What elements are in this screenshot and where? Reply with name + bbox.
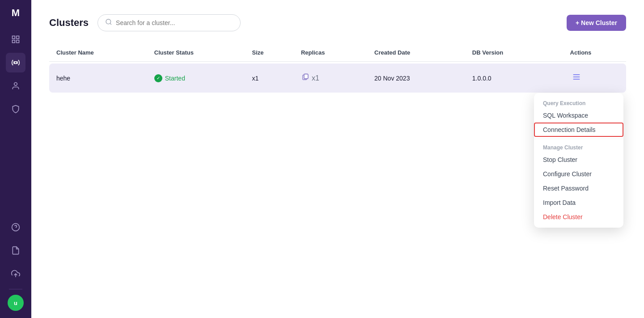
- dropdown-connection-details[interactable]: Connection Details: [534, 123, 623, 137]
- avatar[interactable]: u: [8, 295, 24, 311]
- svg-rect-0: [13, 36, 15, 39]
- main-content: Clusters + New Cluster Cluster Name Clus…: [31, 0, 644, 318]
- clusters-table: Cluster Name Cluster Status Size Replica…: [49, 49, 626, 93]
- sidebar-item-dashboard[interactable]: [6, 30, 25, 49]
- sidebar-item-help[interactable]: [6, 217, 25, 237]
- page-title: Clusters: [49, 17, 89, 29]
- dropdown-stop-cluster[interactable]: Stop Cluster: [534, 153, 623, 167]
- new-cluster-button[interactable]: + New Cluster: [567, 15, 626, 31]
- col-size: Size: [252, 49, 301, 56]
- search-input[interactable]: [116, 19, 233, 26]
- cell-created-date: 20 Nov 2023: [374, 75, 472, 82]
- dropdown-sql-workspace[interactable]: SQL Workspace: [534, 108, 623, 123]
- svg-rect-15: [573, 76, 580, 77]
- cell-actions: Query Execution SQL Workspace Connection…: [570, 71, 619, 85]
- dropdown-section-query: Query Execution: [534, 97, 623, 108]
- svg-rect-16: [573, 79, 580, 80]
- status-label: Started: [165, 75, 185, 82]
- col-db-version: DB Version: [472, 49, 570, 56]
- cell-size: x1: [252, 75, 301, 82]
- cell-db-version: 1.0.0.0: [472, 75, 570, 82]
- svg-rect-12: [304, 74, 308, 79]
- actions-button[interactable]: [570, 71, 583, 85]
- svg-line-10: [110, 23, 111, 25]
- sidebar-item-docs[interactable]: [6, 241, 25, 260]
- dropdown-configure-cluster[interactable]: Configure Cluster: [534, 167, 623, 181]
- col-actions: Actions: [570, 49, 619, 56]
- svg-rect-1: [17, 36, 19, 39]
- dropdown-reset-password[interactable]: Reset Password: [534, 181, 623, 195]
- svg-point-4: [15, 62, 17, 64]
- dropdown-section-manage: Manage Cluster: [534, 141, 623, 153]
- sidebar-item-clusters[interactable]: [6, 53, 25, 72]
- col-cluster-status: Cluster Status: [154, 49, 252, 56]
- svg-point-5: [14, 83, 17, 86]
- sidebar-item-users[interactable]: [6, 76, 25, 96]
- cell-cluster-name: hehe: [56, 75, 154, 82]
- cell-cluster-status: Started: [154, 74, 252, 82]
- sidebar-divider: [9, 289, 22, 289]
- sidebar-item-upload[interactable]: [6, 264, 25, 284]
- table-row: hehe Started x1 x1 20 Nov 2023 1.0.0.0: [49, 64, 626, 93]
- dropdown-divider: [534, 139, 623, 139]
- sidebar: M: [0, 0, 31, 318]
- table-header: Cluster Name Cluster Status Size Replica…: [49, 49, 626, 62]
- dropdown-delete-cluster[interactable]: Delete Cluster: [534, 210, 623, 224]
- svg-point-9: [106, 19, 111, 24]
- search-box: [97, 14, 241, 31]
- col-cluster-name: Cluster Name: [56, 49, 154, 56]
- sidebar-item-security[interactable]: [6, 99, 25, 119]
- replica-icon: [301, 73, 309, 83]
- sidebar-logo: M: [12, 7, 20, 19]
- svg-rect-14: [573, 74, 580, 75]
- cell-replicas: x1: [301, 73, 374, 83]
- replica-count: x1: [312, 74, 319, 82]
- col-replicas: Replicas: [301, 49, 374, 56]
- svg-rect-2: [13, 40, 15, 43]
- search-icon: [105, 18, 112, 27]
- col-created-date: Created Date: [374, 49, 472, 56]
- svg-rect-3: [17, 40, 19, 43]
- status-dot-started: [154, 74, 162, 82]
- dropdown-import-data[interactable]: Import Data: [534, 195, 623, 210]
- page-header: Clusters + New Cluster: [49, 14, 626, 31]
- actions-dropdown: Query Execution SQL Workspace Connection…: [534, 93, 623, 228]
